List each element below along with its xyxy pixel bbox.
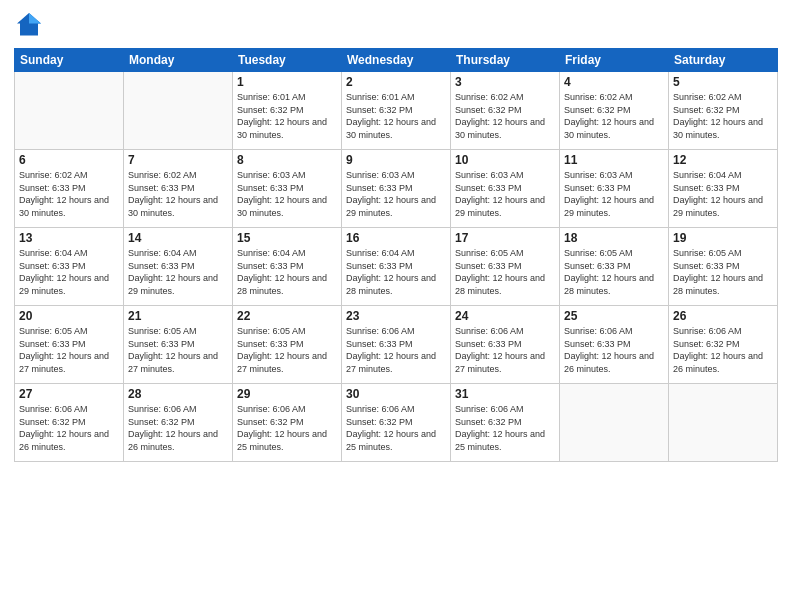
day-number: 13: [19, 231, 119, 245]
day-number: 18: [564, 231, 664, 245]
day-number: 14: [128, 231, 228, 245]
calendar-cell: 5Sunrise: 6:02 AM Sunset: 6:32 PM Daylig…: [669, 72, 778, 150]
weekday-header: Wednesday: [342, 49, 451, 72]
day-number: 29: [237, 387, 337, 401]
weekday-header: Sunday: [15, 49, 124, 72]
day-info: Sunrise: 6:05 AM Sunset: 6:33 PM Dayligh…: [564, 247, 664, 297]
calendar-cell: 17Sunrise: 6:05 AM Sunset: 6:33 PM Dayli…: [451, 228, 560, 306]
day-number: 2: [346, 75, 446, 89]
day-number: 10: [455, 153, 555, 167]
day-number: 5: [673, 75, 773, 89]
calendar-cell: 22Sunrise: 6:05 AM Sunset: 6:33 PM Dayli…: [233, 306, 342, 384]
calendar-cell: 2Sunrise: 6:01 AM Sunset: 6:32 PM Daylig…: [342, 72, 451, 150]
weekday-header-row: SundayMondayTuesdayWednesdayThursdayFrid…: [15, 49, 778, 72]
day-number: 7: [128, 153, 228, 167]
day-number: 27: [19, 387, 119, 401]
day-info: Sunrise: 6:06 AM Sunset: 6:33 PM Dayligh…: [564, 325, 664, 375]
calendar-cell: 3Sunrise: 6:02 AM Sunset: 6:32 PM Daylig…: [451, 72, 560, 150]
day-number: 20: [19, 309, 119, 323]
day-number: 3: [455, 75, 555, 89]
day-info: Sunrise: 6:06 AM Sunset: 6:32 PM Dayligh…: [19, 403, 119, 453]
calendar-cell: 4Sunrise: 6:02 AM Sunset: 6:32 PM Daylig…: [560, 72, 669, 150]
svg-marker-1: [29, 13, 41, 24]
calendar-cell: 7Sunrise: 6:02 AM Sunset: 6:33 PM Daylig…: [124, 150, 233, 228]
day-number: 21: [128, 309, 228, 323]
calendar-cell: 15Sunrise: 6:04 AM Sunset: 6:33 PM Dayli…: [233, 228, 342, 306]
day-info: Sunrise: 6:06 AM Sunset: 6:32 PM Dayligh…: [128, 403, 228, 453]
day-info: Sunrise: 6:06 AM Sunset: 6:32 PM Dayligh…: [455, 403, 555, 453]
day-number: 1: [237, 75, 337, 89]
day-number: 28: [128, 387, 228, 401]
calendar-week-row: 13Sunrise: 6:04 AM Sunset: 6:33 PM Dayli…: [15, 228, 778, 306]
day-number: 11: [564, 153, 664, 167]
day-info: Sunrise: 6:02 AM Sunset: 6:32 PM Dayligh…: [673, 91, 773, 141]
calendar-cell: 24Sunrise: 6:06 AM Sunset: 6:33 PM Dayli…: [451, 306, 560, 384]
day-info: Sunrise: 6:03 AM Sunset: 6:33 PM Dayligh…: [564, 169, 664, 219]
calendar-cell: 26Sunrise: 6:06 AM Sunset: 6:32 PM Dayli…: [669, 306, 778, 384]
page: SundayMondayTuesdayWednesdayThursdayFrid…: [0, 0, 792, 612]
calendar-cell: 11Sunrise: 6:03 AM Sunset: 6:33 PM Dayli…: [560, 150, 669, 228]
calendar-week-row: 20Sunrise: 6:05 AM Sunset: 6:33 PM Dayli…: [15, 306, 778, 384]
calendar-cell: 6Sunrise: 6:02 AM Sunset: 6:33 PM Daylig…: [15, 150, 124, 228]
calendar-cell: 25Sunrise: 6:06 AM Sunset: 6:33 PM Dayli…: [560, 306, 669, 384]
day-info: Sunrise: 6:04 AM Sunset: 6:33 PM Dayligh…: [346, 247, 446, 297]
weekday-header: Tuesday: [233, 49, 342, 72]
day-number: 22: [237, 309, 337, 323]
calendar-week-row: 6Sunrise: 6:02 AM Sunset: 6:33 PM Daylig…: [15, 150, 778, 228]
day-info: Sunrise: 6:03 AM Sunset: 6:33 PM Dayligh…: [237, 169, 337, 219]
calendar-week-row: 27Sunrise: 6:06 AM Sunset: 6:32 PM Dayli…: [15, 384, 778, 462]
day-number: 9: [346, 153, 446, 167]
day-info: Sunrise: 6:02 AM Sunset: 6:32 PM Dayligh…: [455, 91, 555, 141]
weekday-header: Monday: [124, 49, 233, 72]
day-info: Sunrise: 6:05 AM Sunset: 6:33 PM Dayligh…: [19, 325, 119, 375]
calendar-cell: [15, 72, 124, 150]
calendar-cell: 16Sunrise: 6:04 AM Sunset: 6:33 PM Dayli…: [342, 228, 451, 306]
day-number: 26: [673, 309, 773, 323]
calendar-cell: 18Sunrise: 6:05 AM Sunset: 6:33 PM Dayli…: [560, 228, 669, 306]
calendar-cell: 31Sunrise: 6:06 AM Sunset: 6:32 PM Dayli…: [451, 384, 560, 462]
day-info: Sunrise: 6:06 AM Sunset: 6:32 PM Dayligh…: [237, 403, 337, 453]
calendar-cell: 19Sunrise: 6:05 AM Sunset: 6:33 PM Dayli…: [669, 228, 778, 306]
day-info: Sunrise: 6:06 AM Sunset: 6:33 PM Dayligh…: [346, 325, 446, 375]
calendar-cell: 28Sunrise: 6:06 AM Sunset: 6:32 PM Dayli…: [124, 384, 233, 462]
day-number: 6: [19, 153, 119, 167]
day-info: Sunrise: 6:05 AM Sunset: 6:33 PM Dayligh…: [455, 247, 555, 297]
day-info: Sunrise: 6:06 AM Sunset: 6:32 PM Dayligh…: [346, 403, 446, 453]
calendar-cell: 1Sunrise: 6:01 AM Sunset: 6:32 PM Daylig…: [233, 72, 342, 150]
day-info: Sunrise: 6:02 AM Sunset: 6:32 PM Dayligh…: [564, 91, 664, 141]
day-info: Sunrise: 6:02 AM Sunset: 6:33 PM Dayligh…: [19, 169, 119, 219]
logo-icon: [14, 10, 44, 40]
calendar-cell: 14Sunrise: 6:04 AM Sunset: 6:33 PM Dayli…: [124, 228, 233, 306]
day-info: Sunrise: 6:06 AM Sunset: 6:33 PM Dayligh…: [455, 325, 555, 375]
calendar-cell: [669, 384, 778, 462]
day-number: 8: [237, 153, 337, 167]
day-info: Sunrise: 6:04 AM Sunset: 6:33 PM Dayligh…: [19, 247, 119, 297]
day-number: 17: [455, 231, 555, 245]
day-info: Sunrise: 6:05 AM Sunset: 6:33 PM Dayligh…: [673, 247, 773, 297]
day-number: 19: [673, 231, 773, 245]
day-info: Sunrise: 6:04 AM Sunset: 6:33 PM Dayligh…: [237, 247, 337, 297]
calendar-cell: 21Sunrise: 6:05 AM Sunset: 6:33 PM Dayli…: [124, 306, 233, 384]
day-number: 25: [564, 309, 664, 323]
day-info: Sunrise: 6:02 AM Sunset: 6:33 PM Dayligh…: [128, 169, 228, 219]
calendar-cell: 10Sunrise: 6:03 AM Sunset: 6:33 PM Dayli…: [451, 150, 560, 228]
day-number: 31: [455, 387, 555, 401]
calendar-cell: 9Sunrise: 6:03 AM Sunset: 6:33 PM Daylig…: [342, 150, 451, 228]
day-info: Sunrise: 6:05 AM Sunset: 6:33 PM Dayligh…: [128, 325, 228, 375]
day-info: Sunrise: 6:03 AM Sunset: 6:33 PM Dayligh…: [346, 169, 446, 219]
header: [14, 10, 778, 40]
calendar-cell: 27Sunrise: 6:06 AM Sunset: 6:32 PM Dayli…: [15, 384, 124, 462]
day-number: 4: [564, 75, 664, 89]
day-number: 12: [673, 153, 773, 167]
calendar-cell: 30Sunrise: 6:06 AM Sunset: 6:32 PM Dayli…: [342, 384, 451, 462]
day-info: Sunrise: 6:01 AM Sunset: 6:32 PM Dayligh…: [237, 91, 337, 141]
calendar-week-row: 1Sunrise: 6:01 AM Sunset: 6:32 PM Daylig…: [15, 72, 778, 150]
day-number: 23: [346, 309, 446, 323]
day-info: Sunrise: 6:04 AM Sunset: 6:33 PM Dayligh…: [673, 169, 773, 219]
day-number: 16: [346, 231, 446, 245]
calendar-cell: 20Sunrise: 6:05 AM Sunset: 6:33 PM Dayli…: [15, 306, 124, 384]
day-info: Sunrise: 6:03 AM Sunset: 6:33 PM Dayligh…: [455, 169, 555, 219]
day-info: Sunrise: 6:01 AM Sunset: 6:32 PM Dayligh…: [346, 91, 446, 141]
weekday-header: Thursday: [451, 49, 560, 72]
weekday-header: Saturday: [669, 49, 778, 72]
